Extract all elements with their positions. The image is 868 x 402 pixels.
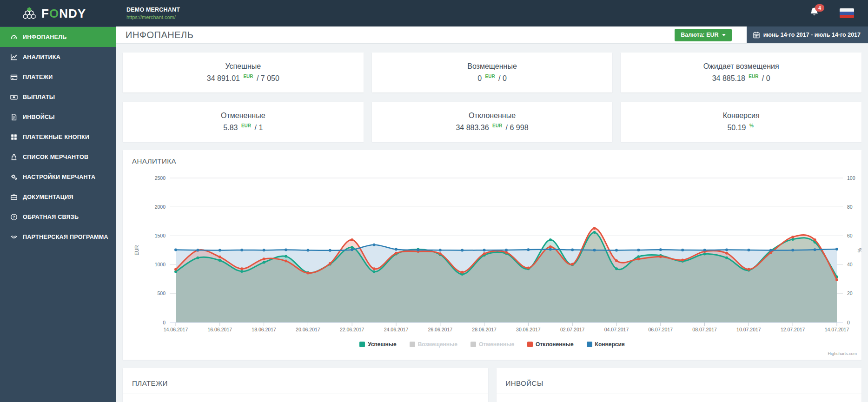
legend-swatch [410, 342, 415, 347]
svg-text:40: 40 [847, 262, 853, 267]
page-title: ИНФОПАНЕЛЬ [126, 30, 193, 40]
svg-text:04.07.2017: 04.07.2017 [604, 327, 629, 332]
legend-item-Отклоненные[interactable]: Отклоненные [527, 341, 574, 348]
brand-logo[interactable]: FONDY [0, 7, 116, 20]
language-flag-russian[interactable] [840, 8, 854, 18]
svg-text:14.06.2017: 14.06.2017 [164, 327, 188, 332]
sidebar-item-partner-program[interactable]: ПАРТНЕРСКАЯ ПРОГРАММА [0, 227, 116, 247]
invoice-icon [10, 113, 18, 121]
stat-card-value: 5.83 EUR / 1 [223, 123, 263, 132]
app-root: FONDY DEMO MERCHANT https://merchant.com… [0, 0, 868, 402]
fondy-hexagons-icon [21, 7, 37, 20]
grid-icon [10, 133, 18, 141]
svg-text:1000: 1000 [155, 262, 166, 267]
stat-card-title: Отмененные [221, 112, 265, 120]
sidebar-item-merchant-list[interactable]: СПИСОК МЕРЧАНТОВ [0, 147, 116, 167]
sidebar-item-payments[interactable]: ПЛАТЕЖИ [0, 67, 116, 87]
stat-card: Возмещенные0 EUR / 0 [372, 53, 613, 92]
svg-text:20.06.2017: 20.06.2017 [296, 327, 320, 332]
svg-text:80: 80 [847, 204, 853, 210]
currency-select-button[interactable]: Валюта: EUR [675, 29, 731, 41]
svg-text:?: ? [13, 215, 15, 219]
analytics-icon [10, 53, 18, 61]
invoices-panel: ИНВОЙСЫ [497, 368, 862, 402]
analytics-title: АНАЛИТИКА [123, 150, 861, 167]
svg-text:24.06.2017: 24.06.2017 [384, 327, 409, 332]
stat-card-title: Успешные [225, 62, 261, 71]
sidebar-item-merchant-settings[interactable]: НАСТРОЙКИ МЕРЧАНТА [0, 167, 116, 187]
svg-text:30.06.2017: 30.06.2017 [516, 327, 541, 332]
stat-card-value: 34 883.36 EUR / 6 998 [456, 123, 528, 132]
svg-text:08.07.2017: 08.07.2017 [692, 327, 717, 332]
sidebar-item-payment-buttons[interactable]: ПЛАТЕЖНЫЕ КНОПКИ [0, 127, 116, 147]
merchant-url-link[interactable]: https://merchant.com/ [126, 14, 180, 20]
stat-card: Конверсия50.19 % [621, 102, 861, 142]
legend-label: Отмененные [479, 341, 514, 348]
briefcase-icon [10, 193, 18, 201]
legend-item-Успешные[interactable]: Успешные [359, 341, 396, 348]
sidebar-item-documentation[interactable]: ДОКУМЕНТАЦИЯ [0, 187, 116, 207]
svg-text:16.06.2017: 16.06.2017 [208, 327, 232, 332]
main-area: ИНФОПАНЕЛЬ Валюта: EUR июнь 14-го [116, 26, 868, 402]
date-range-button[interactable]: июнь 14-го 2017 - июль 14-го 2017 [747, 26, 868, 43]
dashboard-icon [10, 33, 18, 41]
sidebar-item-label: ПЛАТЕЖНЫЕ КНОПКИ [23, 134, 89, 140]
top-header: FONDY DEMO MERCHANT https://merchant.com… [0, 0, 868, 26]
legend-item-Конверсия[interactable]: Конверсия [587, 341, 625, 348]
sidebar-item-analytics[interactable]: АНАЛИТИКА [0, 47, 116, 67]
legend-swatch [587, 342, 592, 347]
svg-text:60: 60 [847, 233, 853, 238]
page-header-bar: ИНФОПАНЕЛЬ Валюта: EUR июнь 14-го [116, 26, 868, 44]
sidebar-item-label: ОБРАТНАЯ СВЯЗЬ [23, 214, 79, 220]
legend-label: Отклоненные [536, 341, 574, 348]
chevron-down-icon [722, 34, 726, 38]
invoices-title: ИНВОЙСЫ [497, 368, 862, 394]
sidebar-item-dashboard[interactable]: ИНФОПАНЕЛЬ [0, 27, 116, 47]
highcharts-credit-link[interactable]: Highcharts.com [828, 351, 857, 356]
legend-label: Возмещенные [418, 341, 457, 348]
sidebar-item-invoices[interactable]: ИНВОЙСЫ [0, 107, 116, 127]
sidebar-item-label: ПЛАТЕЖИ [23, 74, 53, 80]
stat-card-value: 0 EUR / 0 [477, 74, 507, 83]
bottom-sections: ПЛАТЕЖИ ИНВОЙСЫ [123, 368, 861, 402]
legend-swatch [470, 342, 476, 347]
merchant-info: DEMO MERCHANT https://merchant.com/ [126, 7, 180, 20]
notification-badge: 4 [815, 4, 824, 12]
stat-card-value: 34 885.18 EUR / 0 [712, 74, 770, 83]
payments-panel: ПЛАТЕЖИ [123, 368, 488, 402]
payments-title: ПЛАТЕЖИ [123, 368, 488, 394]
sidebar-item-label: НАСТРОЙКИ МЕРЧАНТА [23, 174, 95, 180]
handshake-icon [10, 233, 18, 241]
brand-name: FONDY [41, 7, 86, 20]
legend-item-Возмещенные[interactable]: Возмещенные [410, 341, 457, 348]
stat-card-value: 34 891.01 EUR / 7 050 [207, 74, 279, 83]
stat-card-value: 50.19 % [727, 123, 755, 132]
svg-text:10.07.2017: 10.07.2017 [736, 327, 761, 332]
sidebar-item-label: СПИСОК МЕРЧАНТОВ [23, 154, 88, 160]
svg-text:18.06.2017: 18.06.2017 [252, 327, 276, 332]
chart-legend: УспешныеВозмещенныеОтмененныеОтклоненные… [123, 341, 861, 360]
sidebar-item-feedback[interactable]: ?ОБРАТНАЯ СВЯЗЬ [0, 207, 116, 227]
notifications-button[interactable]: 4 [809, 7, 819, 20]
sidebar-nav: ИНФОПАНЕЛЬАНАЛИТИКАПЛАТЕЖИВЫПЛАТЫИНВОЙСЫ… [0, 26, 116, 402]
svg-text:1500: 1500 [155, 233, 166, 238]
svg-text:EUR: EUR [134, 245, 139, 256]
stat-card-title: Возмещенные [467, 62, 517, 71]
stat-card: Отмененные5.83 EUR / 1 [123, 102, 364, 142]
sidebar-item-label: АНАЛИТИКА [23, 54, 60, 60]
legend-item-Отмененные[interactable]: Отмененные [470, 341, 514, 348]
svg-text:2000: 2000 [155, 204, 166, 210]
gears-icon [10, 173, 18, 181]
sidebar-item-label: ИНФОПАНЕЛЬ [23, 34, 67, 40]
svg-text:0: 0 [163, 320, 166, 325]
sidebar-item-label: ПАРТНЕРСКАЯ ПРОГРАММА [23, 234, 108, 240]
legend-swatch [527, 342, 533, 347]
svg-text:100: 100 [847, 175, 855, 181]
sidebar-item-payouts[interactable]: ВЫПЛАТЫ [0, 87, 116, 107]
calendar-icon [753, 32, 760, 39]
dashboard-content: Успешные34 891.01 EUR / 7 050Возмещенные… [116, 44, 868, 402]
svg-text:2500: 2500 [155, 175, 166, 181]
legend-swatch [359, 342, 365, 347]
stat-cards: Успешные34 891.01 EUR / 7 050Возмещенные… [123, 53, 861, 142]
analytics-panel: АНАЛИТИКА 050010001500200025000204060801… [123, 150, 861, 360]
